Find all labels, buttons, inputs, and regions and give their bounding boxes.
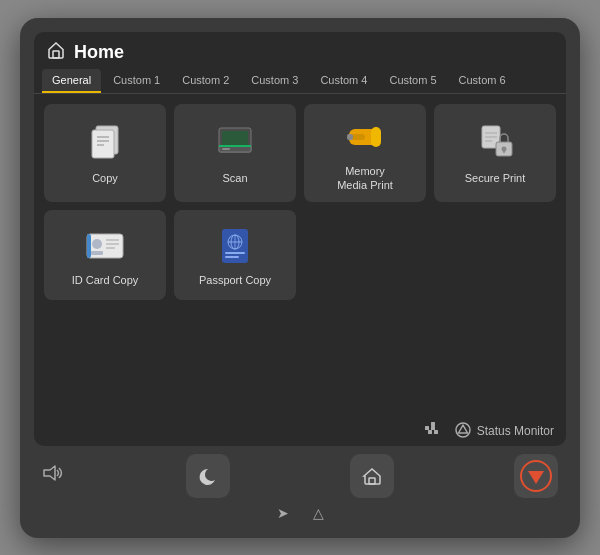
svg-rect-12	[371, 127, 381, 147]
status-monitor-button[interactable]: Status Monitor	[454, 421, 554, 442]
volume-icon[interactable]	[42, 463, 66, 488]
screen: Home General Custom 1 Custom 2 Custom 3 …	[34, 32, 566, 446]
svg-rect-40	[434, 430, 438, 434]
memory-media-print-button[interactable]: Memory Media Print	[304, 104, 426, 203]
svg-rect-29	[87, 234, 91, 258]
stop-button[interactable]	[514, 454, 558, 498]
svg-rect-41	[431, 422, 435, 426]
svg-marker-44	[44, 466, 55, 480]
svg-rect-15	[347, 134, 353, 140]
status-monitor-label: Status Monitor	[477, 424, 554, 438]
svg-rect-38	[431, 426, 435, 430]
home-icon	[46, 40, 66, 65]
svg-rect-14	[351, 134, 365, 140]
header: Home	[34, 32, 566, 69]
tab-custom4[interactable]: Custom 4	[310, 69, 377, 93]
tab-general[interactable]: General	[42, 69, 101, 93]
passport-icon	[211, 225, 259, 265]
svg-marker-43	[458, 425, 467, 433]
network-icon	[424, 421, 446, 442]
tab-custom1[interactable]: Custom 1	[103, 69, 170, 93]
copy-icon	[81, 123, 129, 163]
warning-icon: △	[313, 505, 324, 521]
tab-custom6[interactable]: Custom 6	[449, 69, 516, 93]
stop-inner-icon	[520, 460, 552, 492]
scan-button[interactable]: Scan	[174, 104, 296, 203]
usb-drive-icon	[341, 116, 389, 156]
copy-label: Copy	[92, 171, 118, 185]
status-bar: Status Monitor	[34, 417, 566, 446]
id-card-copy-label: ID Card Copy	[72, 273, 139, 287]
copy-button[interactable]: Copy	[44, 104, 166, 203]
passport-copy-label: Passport Copy	[199, 273, 271, 287]
svg-rect-9	[222, 148, 230, 150]
sleep-button[interactable]	[186, 454, 230, 498]
tab-custom5[interactable]: Custom 5	[379, 69, 446, 93]
id-card-copy-button[interactable]: ID Card Copy	[44, 210, 166, 300]
home-button[interactable]	[350, 454, 394, 498]
status-monitor-icon	[454, 421, 472, 442]
device-frame: Home General Custom 1 Custom 2 Custom 3 …	[20, 18, 580, 538]
svg-rect-39	[428, 430, 432, 434]
svg-rect-45	[369, 478, 375, 484]
tabs-bar: General Custom 1 Custom 2 Custom 3 Custo…	[34, 69, 566, 94]
svg-rect-37	[425, 426, 429, 430]
page-title: Home	[74, 42, 124, 63]
id-card-icon	[81, 225, 129, 265]
memory-media-print-label: Memory Media Print	[337, 164, 393, 193]
passport-copy-button[interactable]: Passport Copy	[174, 210, 296, 300]
svg-rect-0	[53, 51, 59, 58]
svg-rect-7	[222, 131, 248, 146]
svg-rect-2	[92, 130, 114, 158]
tab-custom2[interactable]: Custom 2	[172, 69, 239, 93]
secure-print-button[interactable]: Secure Print	[434, 104, 556, 203]
svg-rect-22	[503, 149, 505, 153]
tab-custom3[interactable]: Custom 3	[241, 69, 308, 93]
svg-point-24	[92, 239, 102, 249]
secure-print-label: Secure Print	[465, 171, 526, 185]
forward-arrow-icon: ➤	[277, 505, 289, 521]
scan-label: Scan	[222, 171, 247, 185]
secure-print-icon	[471, 123, 519, 163]
stop-triangle-icon	[528, 471, 544, 484]
svg-rect-35	[225, 256, 239, 258]
svg-rect-34	[225, 252, 245, 254]
app-grid: Copy Scan	[34, 94, 566, 417]
scan-icon	[211, 123, 259, 163]
svg-rect-25	[91, 251, 103, 255]
